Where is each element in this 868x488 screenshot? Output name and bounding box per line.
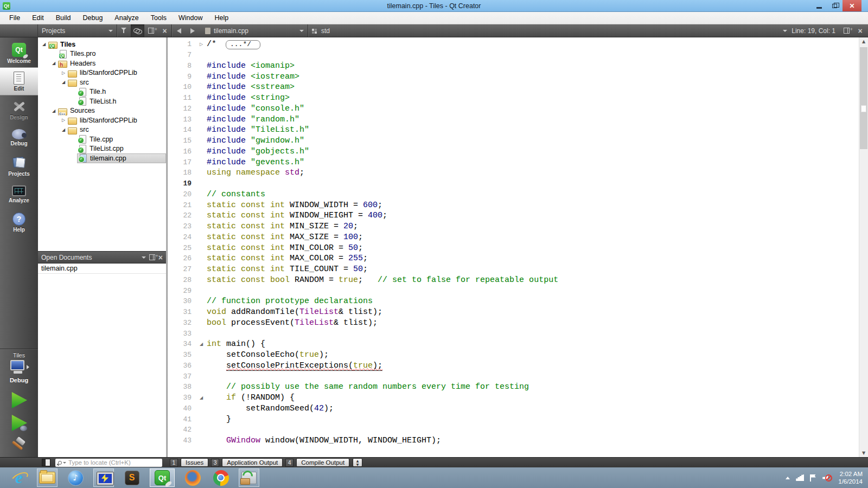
menu-edit[interactable]: Edit [26, 12, 50, 24]
minimize-button[interactable] [811, 0, 827, 11]
output-pane-stepper[interactable]: ▲▼ [353, 458, 362, 467]
close-icon[interactable]: × [158, 254, 163, 261]
sync-with-editor-button[interactable] [131, 24, 144, 37]
code-line-19[interactable]: 19 [168, 178, 859, 189]
menu-analyze[interactable]: Analyze [108, 12, 144, 24]
taskbar-file-explorer[interactable] [37, 468, 58, 487]
locator[interactable] [55, 459, 162, 467]
code-line-40[interactable]: 40 setRandomSeed(42); [168, 403, 859, 414]
close-pane-button[interactable]: × [158, 24, 171, 37]
chevron-down-icon[interactable] [142, 256, 146, 259]
scrollbar-track[interactable] [859, 46, 868, 449]
code-line-28[interactable]: 28static const bool RANDOM = true; // se… [168, 275, 859, 286]
menu-build[interactable]: Build [50, 12, 77, 24]
split-icon[interactable] [149, 254, 155, 260]
tree-item-src[interactable]: ◢src [38, 125, 166, 135]
tree-item-tilelist-cpp[interactable]: TileList.cpp [38, 144, 166, 154]
tree-item-tile-h[interactable]: Tile.h [38, 87, 166, 97]
network-icon[interactable] [796, 474, 804, 481]
code-line-14[interactable]: 14#include "TileList.h" [168, 125, 859, 136]
code-line-29[interactable]: 29 [168, 285, 859, 296]
taskbar-qt-creator[interactable]: Qt [150, 468, 175, 487]
taskbar-photo-viewer[interactable] [239, 468, 259, 487]
tree-item-tile-cpp[interactable]: Tile.cpp [38, 134, 166, 144]
code-line-23[interactable]: 23static const int MIN_SIZE = 20; [168, 221, 859, 232]
code-line-21[interactable]: 21static const int WINDOW_WIDTH = 600; [168, 200, 859, 210]
code-line-24[interactable]: 24static const int MAX_SIZE = 100; [168, 232, 859, 243]
tree-item-lib-stanfordcpplib[interactable]: ▷lib/StanfordCPPLib [38, 68, 166, 78]
mode-welcome[interactable]: QtWelcome [0, 39, 38, 67]
mode-analyze[interactable]: Analyze [0, 180, 38, 208]
taskbar-remote-terminal[interactable] [93, 468, 114, 487]
document-selector[interactable]: tilemain.cpp [199, 24, 308, 37]
mode-edit[interactable]: Edit [0, 67, 38, 95]
code-line-13[interactable]: 13#include "random.h" [168, 114, 859, 125]
scroll-down-icon[interactable]: ▼ [859, 449, 868, 457]
expander-icon[interactable]: ◢ [60, 127, 67, 132]
code-line-32[interactable]: 32bool processEvent(TileList& tlist); [168, 318, 859, 329]
code-line-12[interactable]: 12#include "console.h" [168, 104, 859, 114]
code-line-37[interactable]: 37 [168, 371, 859, 382]
code-line-41[interactable]: 41 } [168, 414, 859, 425]
code-line-7[interactable]: 7 [168, 50, 859, 61]
split-editor-button[interactable] [840, 28, 853, 34]
pane-selector[interactable]: Projects [38, 24, 117, 37]
volume-muted-icon[interactable] [822, 474, 832, 481]
build-button[interactable] [11, 438, 27, 454]
taskbar-itunes[interactable] [65, 468, 86, 487]
tree-item-headers[interactable]: ◢Headers [38, 59, 166, 68]
scroll-up-icon[interactable]: ▲ [859, 37, 868, 46]
scrollbar-thumb[interactable] [860, 47, 867, 149]
restore-button[interactable] [827, 0, 843, 11]
code-line-11[interactable]: 11#include <string> [168, 93, 859, 104]
code-line-39[interactable]: 39◢ if (!RANDOM) { [168, 393, 859, 403]
expander-icon[interactable]: ◢ [50, 108, 58, 113]
taskbar-firefox[interactable] [182, 468, 203, 487]
taskbar-internet-explorer[interactable]: e [9, 468, 29, 487]
taskbar-clock[interactable]: 2:02 AM 1/6/2014 [838, 470, 863, 485]
run-button[interactable] [11, 392, 27, 408]
locator-input[interactable] [68, 459, 159, 466]
code-line-17[interactable]: 17#include "gevents.h" [168, 157, 859, 168]
pane-button-issues[interactable]: Issues [181, 458, 208, 467]
mode-projects[interactable]: Projects [0, 152, 38, 180]
code-line-15[interactable]: 15#include "gwindow.h" [168, 136, 859, 146]
expander-icon[interactable]: ◢ [50, 61, 58, 66]
code-line-20[interactable]: 20// constants [168, 189, 859, 200]
close-button[interactable]: ✕ [843, 0, 861, 11]
menu-window[interactable]: Window [173, 12, 208, 24]
menu-tools[interactable]: Tools [145, 12, 173, 24]
mode-help[interactable]: ?Help [0, 208, 38, 236]
hidden-icons-icon[interactable] [786, 477, 790, 479]
tree-item-lib-stanfordcpplib[interactable]: ▷lib/StanfordCPPLib [38, 115, 166, 125]
menu-file[interactable]: File [3, 12, 26, 24]
expander-icon[interactable]: ▷ [60, 70, 67, 75]
editor-scrollbar[interactable]: ▲ ▼ [859, 37, 868, 457]
filter-button[interactable] [117, 24, 131, 37]
code-line-34[interactable]: 34◢int main() { [168, 339, 859, 350]
debug-run-button[interactable] [11, 415, 27, 431]
mode-debug[interactable]: Debug [0, 124, 38, 152]
code-line-43[interactable]: 43 GWindow window(WINDOW_WIDTH, WINDOW_H… [168, 435, 859, 446]
forward-button[interactable] [186, 24, 199, 37]
tree-item-tiles-pro[interactable]: Tiles.pro [38, 49, 166, 59]
expander-icon[interactable]: ◢ [40, 42, 48, 47]
close-document-button[interactable]: × [853, 27, 867, 35]
tree-item-tiles[interactable]: ◢Tiles [38, 40, 166, 49]
code-line-1[interactable]: 1▷/* ...*/ [168, 39, 859, 50]
code-line-16[interactable]: 16#include "gobjects.h" [168, 146, 859, 157]
code-line-30[interactable]: 30// function prototype declarations [168, 296, 859, 307]
code-line-42[interactable]: 42 [168, 425, 859, 435]
chevron-down-icon[interactable] [783, 30, 787, 32]
code-line-27[interactable]: 27static const int TILE_COUNT = 50; [168, 264, 859, 275]
menu-help[interactable]: Help [208, 12, 234, 24]
open-document-item[interactable]: tilemain.cpp [38, 264, 166, 274]
tree-item-tilelist-h[interactable]: TileList.h [38, 97, 166, 106]
taskbar-chrome[interactable] [210, 468, 231, 487]
code-line-33[interactable]: 33 [168, 328, 859, 339]
fold-marker-icon[interactable]: ▷ [196, 42, 207, 47]
code-line-8[interactable]: 8#include <iomanip> [168, 61, 859, 72]
titlebar[interactable]: Qt tilemain.cpp - Tiles - Qt Creator ✕ [0, 0, 868, 12]
code-line-10[interactable]: 10#include <sstream> [168, 82, 859, 93]
fold-marker-icon[interactable]: ◢ [196, 342, 207, 346]
